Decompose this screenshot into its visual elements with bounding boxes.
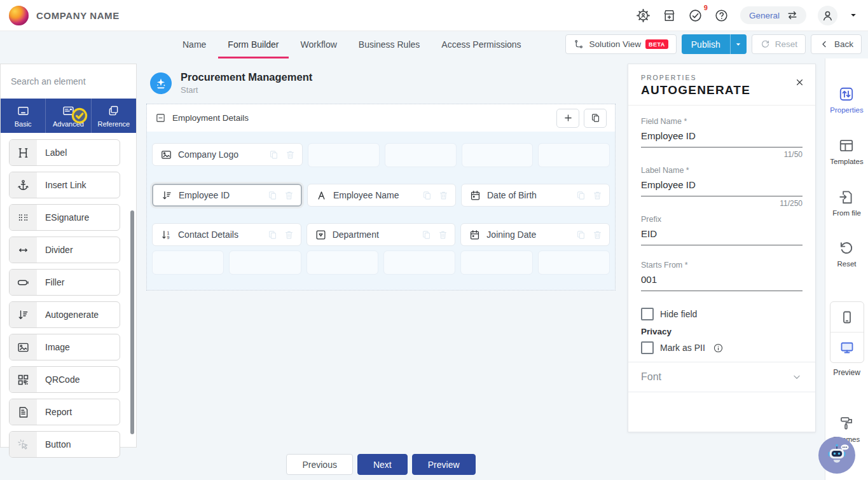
palette-tab-reference[interactable]: Reference: [92, 99, 136, 133]
marketplace-icon[interactable]: [662, 8, 677, 23]
text-icon: [315, 189, 327, 202]
property-input[interactable]: EID: [641, 224, 803, 245]
empty-slot: [229, 250, 301, 275]
nav-tab-name[interactable]: Name: [183, 31, 206, 58]
collapse-section-icon[interactable]: [155, 113, 166, 123]
element-insert-link[interactable]: Insert Link: [9, 172, 120, 198]
copy-icon[interactable]: [421, 230, 432, 240]
rail-templates-button[interactable]: Templates: [830, 137, 863, 165]
publish-button[interactable]: Publish: [682, 34, 747, 54]
delete-icon[interactable]: [284, 190, 294, 201]
hide-field-checkbox[interactable]: Hide field: [641, 308, 803, 320]
copy-icon[interactable]: [268, 149, 279, 160]
element-button[interactable]: Button: [9, 431, 120, 458]
autogen-icon: [10, 302, 37, 327]
info-icon[interactable]: [713, 343, 724, 353]
property-input[interactable]: Employee ID: [641, 126, 803, 147]
element-label[interactable]: Label: [9, 139, 120, 166]
desktop-icon: [839, 340, 855, 355]
mark-as-pii-checkbox[interactable]: Mark as PII: [641, 341, 803, 354]
empty-slot: [538, 143, 610, 167]
sidebar-scrollbar[interactable]: [130, 210, 134, 434]
delete-icon[interactable]: [592, 190, 603, 201]
delete-icon[interactable]: [438, 190, 449, 201]
previous-button[interactable]: Previous: [286, 454, 352, 475]
duplicate-section-button[interactable]: [584, 109, 607, 128]
phone-icon: [839, 310, 855, 325]
publish-caret-icon[interactable]: [730, 34, 747, 54]
palette-tab-basic[interactable]: Basic: [1, 99, 46, 133]
workspace-switcher[interactable]: General: [740, 6, 806, 24]
nav-tab-workflow[interactable]: Workflow: [301, 31, 337, 58]
properties-title: AUTOGENERATE: [641, 83, 803, 97]
preview-desktop-button[interactable]: [830, 332, 864, 362]
dropdown-icon: [315, 229, 327, 241]
reset-icon: [760, 39, 771, 50]
properties-eyebrow: PROPERTIES: [641, 74, 803, 81]
rail-properties-button[interactable]: Properties: [830, 86, 863, 114]
form-field-joining-date[interactable]: Joining Date: [460, 223, 610, 246]
app-header: COMPANY NAME 9 General: [0, 0, 868, 31]
form-field-department[interactable]: Department: [307, 223, 456, 246]
privacy-label: Privacy: [641, 327, 803, 336]
label-icon: [10, 140, 37, 165]
checkbox[interactable]: [641, 341, 654, 354]
copy-icon[interactable]: [267, 190, 278, 201]
form-field-employee-id[interactable]: Employee ID: [152, 184, 302, 207]
element-search[interactable]: [1, 64, 136, 99]
element-search-input[interactable]: [10, 76, 127, 87]
solution-view-button[interactable]: Solution View BETA: [565, 34, 676, 54]
company-logo-icon: [9, 6, 29, 25]
close-icon[interactable]: [794, 77, 805, 88]
reset-button[interactable]: Reset: [752, 34, 806, 54]
help-icon[interactable]: [714, 8, 729, 23]
element-autogenerate[interactable]: Autogenerate: [9, 301, 120, 328]
add-field-button[interactable]: [556, 109, 579, 128]
property-input[interactable]: Employee ID: [641, 175, 803, 196]
next-button[interactable]: Next: [357, 454, 408, 475]
nav-tab-business-rules[interactable]: Business Rules: [359, 31, 420, 58]
element-palette-panel: BasicAdvancedReference LabelInsert LinkE…: [0, 64, 137, 448]
delete-icon[interactable]: [284, 230, 294, 240]
form-field-company-logo[interactable]: Company Logo: [152, 143, 303, 166]
delete-icon[interactable]: [285, 149, 296, 160]
avatar-icon[interactable]: [818, 6, 837, 25]
admin-settings-icon[interactable]: [636, 8, 651, 23]
element-divider[interactable]: Divider: [9, 237, 120, 263]
nav-tab-access-permissions[interactable]: Access Permissions: [441, 31, 521, 58]
element-report[interactable]: Report: [9, 399, 120, 425]
checkbox[interactable]: [641, 308, 654, 320]
filler-icon: [10, 270, 37, 295]
element-filler[interactable]: Filler: [9, 269, 120, 296]
profile-caret-icon[interactable]: [849, 11, 858, 20]
chevron-down-icon: [791, 371, 803, 383]
form-field-contact-details[interactable]: 19Contact Details: [152, 223, 301, 246]
copy-icon[interactable]: [422, 190, 432, 201]
font-section-toggle[interactable]: Font: [628, 362, 815, 392]
calendar-icon: [469, 229, 481, 241]
element-qrcode[interactable]: QRCode: [9, 366, 120, 393]
delete-icon[interactable]: [437, 230, 448, 240]
delete-icon[interactable]: [592, 230, 603, 240]
copy-icon[interactable]: [267, 230, 278, 240]
copy-icon[interactable]: [575, 230, 586, 240]
rail-templates-label: Templates: [830, 158, 863, 165]
palette-tab-advanced[interactable]: Advanced: [46, 99, 91, 133]
rail-from-file-button[interactable]: From file: [832, 189, 861, 217]
preview-button[interactable]: Preview: [412, 454, 476, 475]
brand-name: COMPANY NAME: [36, 10, 120, 21]
form-field-employee-name[interactable]: Employee Name: [307, 184, 456, 207]
section-actions: [556, 109, 607, 128]
rail-reset-button[interactable]: Reset: [837, 240, 856, 268]
property-input[interactable]: 001: [641, 270, 803, 291]
assistant-bot-button[interactable]: [818, 437, 855, 474]
back-button[interactable]: Back: [811, 34, 862, 54]
copy-icon[interactable]: [575, 190, 586, 201]
element-esignature[interactable]: ESignature: [9, 204, 120, 231]
form-field-date-of-birth[interactable]: Date of Birth: [461, 184, 610, 207]
workspace-switch-icon: [786, 9, 799, 22]
preview-mobile-button[interactable]: [830, 302, 864, 332]
nav-tab-form-builder[interactable]: Form Builder: [228, 31, 279, 58]
approvals-check-icon[interactable]: 9: [688, 8, 703, 23]
element-image[interactable]: Image: [9, 334, 120, 360]
